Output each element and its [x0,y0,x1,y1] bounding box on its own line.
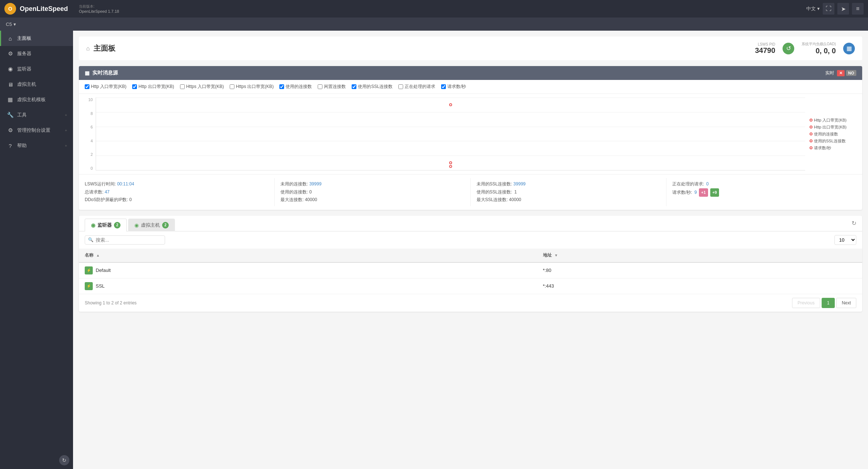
table-controls: 🔍 10 25 50 100 [79,231,862,249]
checkbox-https-in-input[interactable] [180,84,185,89]
processing-value[interactable]: 0 [706,180,709,188]
sidebar-item-label: 帮助 [17,142,27,149]
checkbox-idle-conn-input[interactable] [318,84,322,89]
checkbox-http-out-input[interactable] [132,84,137,89]
processing-row: 正在处理的请求: 0 [672,180,856,188]
table-cell-name-1: ⚡ Default [79,262,537,278]
legend-item-4: 使用的SSL连接数 [810,138,856,144]
page-1-button[interactable]: 1 [822,298,835,308]
max-ssl-label: 最大SSL连接数: [477,197,508,202]
legend-item-3: 使用的连接数 [810,131,856,137]
expand-button[interactable]: ⛶ [823,3,834,15]
logo-icon: O [4,3,16,15]
sidebar-item-vhost[interactable]: 🖥 虚拟主机 [0,77,73,92]
version-label: 当前版本: [79,4,119,9]
tab-vhost[interactable]: ◉ 虚拟主机 2 [128,219,175,231]
checkbox-ssl-conn-input[interactable] [352,84,356,89]
checkbox-processing[interactable]: 正在处理的请求 [398,84,435,90]
per-page-select[interactable]: 10 25 50 100 [834,235,856,245]
checkbox-https-in[interactable]: Https 入口带宽(KB) [180,84,224,90]
unused-ssl-value[interactable]: 39999 [513,181,525,187]
sidebar-item-help[interactable]: ? 帮助 + [0,138,73,153]
admin-icon: ⚙ [7,127,14,134]
sidebar-bottom: ↻ [0,451,73,469]
sidebar: ⌂ 主面板 ⚙ 服务器 ◉ 监听器 🖥 虚拟主机 ▦ 虚拟主机模板 🔧 工具 +… [0,31,73,469]
checkbox-http-in-input[interactable] [85,84,89,89]
checkbox-used-conn[interactable]: 使用的连接数 [279,84,312,90]
expand-icon: + [65,128,67,132]
subbar: C5 ▾ [0,18,868,31]
sidebar-item-server[interactable]: ⚙ 服务器 [0,46,73,61]
tab-refresh-button[interactable]: ↻ [852,220,856,227]
page-title-area: ⌂ 主面板 [86,43,115,53]
help-icon: ? [7,143,14,149]
menu-button[interactable]: ≡ [852,3,864,15]
sidebar-item-dashboard[interactable]: ⌂ 主面板 [0,31,73,46]
next-button[interactable]: Next [836,298,856,308]
context-selector[interactable]: C5 ▾ [6,22,16,27]
sidebar-item-admin[interactable]: ⚙ 管理控制台设置 + [0,123,73,138]
checkbox-https-out-input[interactable] [230,84,234,89]
stats-col1: LSWS运行时间: 00:11:04 总请求数: 47 DDoS防护屏蔽的IP数… [79,178,275,206]
checkbox-https-out-label: Https 出口带宽(KB) [236,84,274,90]
logo-initial: O [8,6,12,12]
legend-item-2: Http 出口带宽(KB) [810,124,856,130]
uptime-label: LSWS运行时间: [85,181,116,187]
sidebar-item-listener[interactable]: ◉ 监听器 [0,61,73,77]
tab-header: ◉ 监听器 2 ◉ 虚拟主机 2 ↻ [79,216,862,231]
checkbox-processing-input[interactable] [398,84,403,89]
table-cell-name-2: ⚡ SSL [79,278,537,294]
sidebar-item-vhost-template[interactable]: ▦ 虚拟主机模板 [0,92,73,107]
requests-value[interactable]: 47 [105,189,110,195]
checkbox-ssl-conn[interactable]: 使用的SSL连接数 [352,84,393,90]
checkbox-used-conn-label: 使用的连接数 [286,84,312,90]
col-address-header[interactable]: 地址 ▼ [537,249,862,262]
legend-dot-4 [810,139,812,142]
rps-value[interactable]: 9 [694,189,697,197]
toggle-no[interactable]: NO [846,70,857,76]
page-title: 主面板 [93,43,115,53]
uptime-value[interactable]: 00:11:04 [117,181,134,187]
legend-label-2: Http 出口带宽(KB) [814,124,846,130]
context-label: C5 [6,22,12,27]
table-cell-address-1: *:80 [537,262,862,278]
col-name-header[interactable]: 名称 ▲ [79,249,537,262]
checkbox-http-in[interactable]: Http 入口带宽(KB) [85,84,126,90]
panel-title: 实时消息源 [92,70,118,76]
y-label-6: 6 [85,125,93,129]
checkbox-http-out-label: Http 出口带宽(KB) [138,84,174,90]
legend-dot-5 [810,146,812,149]
arrow-button[interactable]: ➤ [837,3,849,15]
legend-label-3: 使用的连接数 [814,131,838,137]
chart-button[interactable]: ▦ [843,43,855,54]
checkbox-https-out[interactable]: Https 出口带宽(KB) [230,84,274,90]
checkbox-http-out[interactable]: Http 出口带宽(KB) [132,84,174,90]
realtime-label: 实时 [825,70,834,76]
sidebar-refresh-button[interactable]: ↻ [59,455,69,465]
stats-row: LSWS运行时间: 00:11:04 总请求数: 47 DDoS防护屏蔽的IP数… [79,174,862,210]
topbar: O OpenLiteSpeed 当前版本: OpenLiteSpeed 1.7.… [0,0,868,18]
checkbox-ssl-conn-label: 使用的SSL连接数 [358,84,393,90]
pid-value: 34790 [755,46,775,55]
row-name-1: Default [96,268,111,273]
checkbox-used-conn-input[interactable] [279,84,284,89]
load-stat: 系统平均负载(LOAD) 0, 0, 0 [802,42,836,55]
tab-listener[interactable]: ◉ 监听器 2 [85,219,127,231]
unused-conn-value[interactable]: 39999 [309,181,321,187]
checkbox-rps[interactable]: 请求数/秒 [441,84,466,90]
search-input[interactable] [96,237,162,243]
max-ssl-row: 最大SSL连接数: 40000 [477,196,660,204]
legend-label-1: Http 入口带宽(KB) [814,118,846,123]
topbar-right: 中文 ▾ ⛶ ➤ ≡ [806,3,864,15]
restart-button[interactable]: ↺ [783,43,794,54]
sidebar-item-tools[interactable]: 🔧 工具 + [0,107,73,123]
badge-1: +1 [699,188,708,197]
toggle-x[interactable]: ✕ [837,70,845,76]
max-conn-value: 40000 [305,197,317,202]
expand-icon: + [65,113,67,117]
previous-button[interactable]: Previous [792,298,820,308]
lang-selector[interactable]: 中文 ▾ [806,5,820,12]
checkbox-rps-input[interactable] [441,84,446,89]
legend-label-4: 使用的SSL连接数 [814,138,846,144]
checkbox-idle-conn[interactable]: 闲置连接数 [318,84,346,90]
